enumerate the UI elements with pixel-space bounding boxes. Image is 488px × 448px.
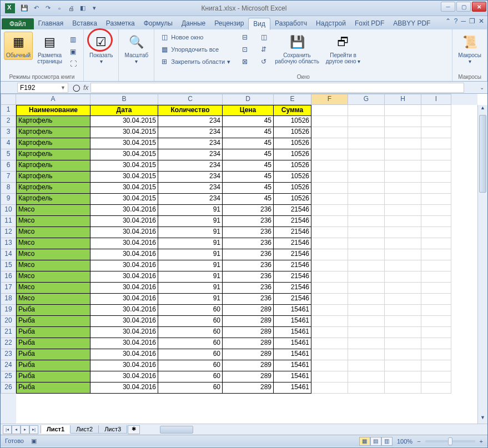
data-cell[interactable]: 10526 <box>274 194 311 205</box>
data-cell[interactable]: 234 <box>158 183 223 194</box>
data-cell[interactable]: 21546 <box>274 283 311 294</box>
col-header-C[interactable]: C <box>158 94 223 105</box>
row-header-25[interactable]: 25 <box>1 371 16 382</box>
empty-cell[interactable] <box>385 183 421 194</box>
data-cell[interactable]: 236 <box>223 294 274 305</box>
sheet-tab-Лист3[interactable]: Лист3 <box>98 425 127 434</box>
data-cell[interactable]: 234 <box>158 149 223 160</box>
data-cell[interactable]: 21546 <box>274 238 311 249</box>
name-cell[interactable]: Мясо <box>16 227 90 238</box>
data-cell[interactable]: 15461 <box>274 316 311 327</box>
empty-cell[interactable] <box>385 271 421 283</box>
empty-cell[interactable] <box>385 382 421 394</box>
empty-cell[interactable] <box>385 216 421 227</box>
empty-cell[interactable] <box>385 205 421 216</box>
tab-рецензир[interactable]: Рецензир <box>210 18 248 29</box>
empty-cell[interactable] <box>421 316 451 327</box>
row-header-5[interactable]: 5 <box>1 149 16 160</box>
empty-cell[interactable] <box>385 360 421 371</box>
data-cell[interactable]: 91 <box>158 260 223 271</box>
data-cell[interactable]: 15461 <box>274 338 311 349</box>
split-button[interactable]: ⊟ <box>238 32 251 43</box>
expand-formula-bar-icon[interactable]: ⌄ <box>480 84 484 90</box>
minimize-ribbon-icon[interactable]: ⌃ <box>445 17 451 25</box>
name-cell[interactable]: Мясо <box>16 205 90 216</box>
name-cell[interactable]: Картофель <box>16 160 90 172</box>
save-workspace-button[interactable]: 💾 Сохранить рабочую область <box>273 32 321 66</box>
name-cell[interactable]: Мясо <box>16 271 90 283</box>
data-cell[interactable]: 236 <box>223 271 274 283</box>
empty-cell[interactable] <box>421 271 451 283</box>
empty-cell[interactable] <box>311 194 348 205</box>
empty-cell[interactable] <box>348 382 385 394</box>
data-cell[interactable]: 10526 <box>274 149 311 160</box>
sync-scroll-button[interactable]: ⇵ <box>257 44 270 55</box>
empty-cell[interactable] <box>421 349 451 360</box>
row-header-18[interactable]: 18 <box>1 294 16 305</box>
header-cell[interactable]: Количество <box>158 105 223 116</box>
data-cell[interactable]: 45 <box>223 138 274 149</box>
empty-cell[interactable] <box>348 116 385 127</box>
scroll-down-icon[interactable]: ▼ <box>478 415 487 424</box>
empty-cell[interactable] <box>421 283 451 294</box>
empty-cell[interactable] <box>385 338 421 349</box>
row-header-13[interactable]: 13 <box>1 238 16 249</box>
empty-cell[interactable] <box>421 260 451 271</box>
arrange-all-button[interactable]: ▦Упорядочить все <box>158 44 233 55</box>
data-cell[interactable]: 15461 <box>274 305 311 316</box>
empty-cell[interactable] <box>348 260 385 271</box>
empty-cell[interactable] <box>421 294 451 305</box>
col-header-H[interactable]: H <box>385 94 421 105</box>
header-cell[interactable]: Цена <box>223 105 274 116</box>
data-cell[interactable]: 30.04.2016 <box>90 205 158 216</box>
next-sheet-button[interactable]: ▸ <box>21 425 29 434</box>
tab-данные[interactable]: Данные <box>177 18 210 29</box>
empty-cell[interactable] <box>421 338 451 349</box>
row-header-24[interactable]: 24 <box>1 360 16 371</box>
data-cell[interactable]: 234 <box>158 127 223 138</box>
data-cell[interactable]: 91 <box>158 249 223 260</box>
name-cell[interactable]: Мясо <box>16 249 90 260</box>
data-cell[interactable]: 30.04.2016 <box>90 305 158 316</box>
tab-надстрой[interactable]: Надстрой <box>311 18 350 29</box>
page-layout-status-button[interactable]: ▤ <box>370 437 381 446</box>
data-cell[interactable]: 236 <box>223 249 274 260</box>
name-cell[interactable]: Картофель <box>16 183 90 194</box>
empty-cell[interactable] <box>348 271 385 283</box>
name-cell[interactable]: Рыба <box>16 371 90 382</box>
empty-cell[interactable] <box>348 327 385 338</box>
data-cell[interactable]: 45 <box>223 149 274 160</box>
data-cell[interactable]: 45 <box>223 183 274 194</box>
data-cell[interactable]: 91 <box>158 283 223 294</box>
select-all-button[interactable] <box>1 94 16 105</box>
data-cell[interactable]: 10526 <box>274 138 311 149</box>
row-header-3[interactable]: 3 <box>1 127 16 138</box>
function-wizard-icon[interactable]: ◯ <box>73 84 80 92</box>
data-cell[interactable]: 30.04.2016 <box>90 271 158 283</box>
col-header-I[interactable]: I <box>421 94 451 105</box>
new-window-button[interactable]: ◫Новое окно <box>158 32 233 43</box>
row-header-2[interactable]: 2 <box>1 116 16 127</box>
unhide-button[interactable]: ⊠ <box>238 56 251 67</box>
zoom-slider-thumb[interactable] <box>448 437 452 445</box>
empty-cell[interactable] <box>348 238 385 249</box>
empty-cell[interactable] <box>348 138 385 149</box>
empty-cell[interactable] <box>385 349 421 360</box>
data-cell[interactable]: 60 <box>158 360 223 371</box>
col-header-G[interactable]: G <box>348 94 385 105</box>
workbook-restore-icon[interactable]: ❐ <box>469 17 475 25</box>
data-cell[interactable]: 30.04.2016 <box>90 338 158 349</box>
empty-cell[interactable] <box>311 149 348 160</box>
data-cell[interactable]: 10526 <box>274 127 311 138</box>
empty-cell[interactable] <box>348 305 385 316</box>
empty-cell[interactable] <box>421 238 451 249</box>
empty-cell[interactable] <box>311 116 348 127</box>
data-cell[interactable]: 236 <box>223 283 274 294</box>
data-cell[interactable]: 289 <box>223 316 274 327</box>
data-cell[interactable]: 30.04.2015 <box>90 160 158 172</box>
row-header-14[interactable]: 14 <box>1 249 16 260</box>
page-break-preview-button[interactable]: ▥ <box>67 34 80 45</box>
data-cell[interactable]: 21546 <box>274 294 311 305</box>
empty-cell[interactable] <box>348 338 385 349</box>
col-header-A[interactable]: A <box>16 94 90 105</box>
